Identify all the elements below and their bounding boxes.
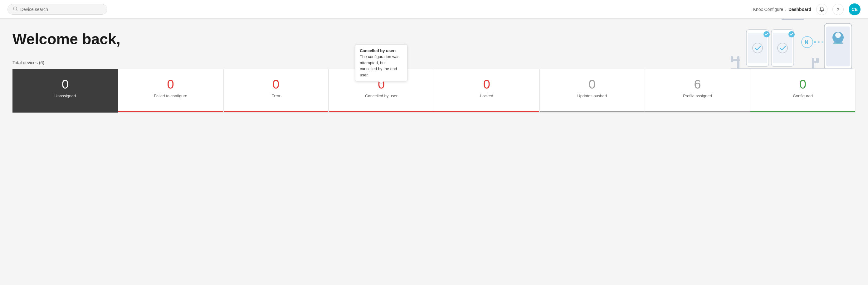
card-label-cancelled: Cancelled by user xyxy=(365,94,398,103)
tooltip-cancelled: Cancelled by user: The configuration was… xyxy=(355,44,407,82)
card-count-failed: 0 xyxy=(167,78,174,90)
breadcrumb: Knox Configure › Dashboard xyxy=(753,7,811,12)
card-label-error: Error xyxy=(272,94,280,103)
card-count-locked: 0 xyxy=(483,78,490,90)
svg-point-23 xyxy=(822,41,824,43)
notifications-button[interactable] xyxy=(816,4,828,15)
card-count-profile_assigned: 6 xyxy=(694,78,701,90)
search-bar[interactable] xyxy=(7,4,107,15)
app-header: Knox Configure › Dashboard ? CE xyxy=(0,0,868,19)
tooltip-text: The configuration was attempted, but can… xyxy=(360,54,399,77)
device-card-cancelled[interactable]: Cancelled by user: The configuration was… xyxy=(329,69,434,113)
svg-rect-33 xyxy=(816,58,819,63)
device-card-error[interactable]: 0 Error xyxy=(223,69,329,113)
breadcrumb-parent: Knox Configure xyxy=(753,7,783,12)
breadcrumb-current: Dashboard xyxy=(788,7,811,12)
breadcrumb-separator: › xyxy=(785,7,786,12)
card-count-configured: 0 xyxy=(799,78,806,90)
search-icon xyxy=(13,6,18,12)
card-bar-red xyxy=(118,111,223,112)
header-right: Knox Configure › Dashboard ? CE xyxy=(753,3,861,15)
svg-point-22 xyxy=(818,41,819,43)
svg-point-27 xyxy=(835,32,841,38)
svg-rect-28 xyxy=(737,56,740,69)
card-bar-red xyxy=(224,111,329,112)
card-label-profile_assigned: Profile assigned xyxy=(683,94,712,103)
question-icon: ? xyxy=(837,7,840,12)
device-card-configured[interactable]: 0 Configured xyxy=(750,69,856,113)
device-card-locked[interactable]: 0 Locked xyxy=(434,69,539,113)
card-label-locked: Locked xyxy=(480,94,493,103)
avatar[interactable]: CE xyxy=(849,3,861,15)
card-label-updates_pushed: Updates pushed xyxy=(577,94,607,103)
device-card-failed[interactable]: 0 Failed to configure xyxy=(118,69,223,113)
search-input[interactable] xyxy=(20,7,102,12)
card-bar-green xyxy=(750,111,855,112)
device-card-unassigned[interactable]: 0 Unassigned xyxy=(12,69,118,113)
card-bar-red xyxy=(434,111,539,112)
card-count-unassigned: 0 xyxy=(62,78,69,90)
card-count-updates_pushed: 0 xyxy=(589,78,596,90)
tooltip-box: Cancelled by user: The configuration was… xyxy=(355,44,407,82)
device-card-profile_assigned[interactable]: 6 Profile assigned xyxy=(645,69,750,113)
card-label-unassigned: Unassigned xyxy=(55,94,76,103)
svg-rect-16 xyxy=(773,33,792,63)
device-cards-row: 0 Unassigned 0 Failed to configure 0 Err… xyxy=(12,69,856,113)
svg-rect-12 xyxy=(748,33,767,63)
svg-rect-29 xyxy=(732,59,740,61)
help-button[interactable]: ? xyxy=(832,4,844,15)
svg-rect-31 xyxy=(812,58,814,69)
main-content: Welcome back, xyxy=(0,19,868,125)
card-bar-gray xyxy=(540,111,645,112)
card-bar-gray xyxy=(645,111,750,112)
svg-line-1 xyxy=(16,10,17,10)
tooltip-title: Cancelled by user: xyxy=(360,48,396,53)
device-card-updates_pushed[interactable]: 0 Updates pushed xyxy=(539,69,645,113)
svg-point-21 xyxy=(814,41,816,43)
card-count-error: 0 xyxy=(272,78,279,90)
svg-text:N: N xyxy=(805,40,808,45)
svg-rect-30 xyxy=(731,56,733,62)
card-label-configured: Configured xyxy=(793,94,813,103)
card-bar-red xyxy=(329,111,434,112)
card-label-failed: Failed to configure xyxy=(154,94,187,103)
